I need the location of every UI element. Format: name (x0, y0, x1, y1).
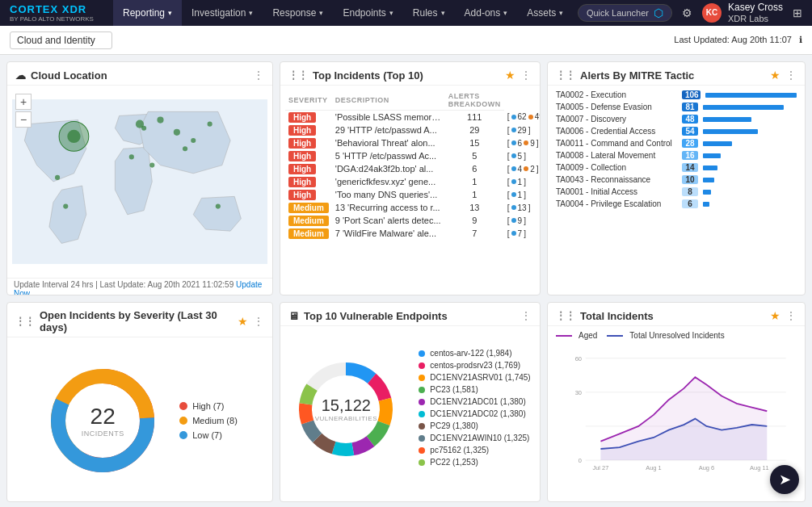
mitre-row: TA0004 - Privilege Escalation 6 (556, 199, 797, 208)
svg-point-7 (208, 122, 212, 127)
more-icon[interactable]: ⋮ (253, 69, 264, 82)
settings-icon[interactable]: ⚙ (679, 3, 696, 23)
more-icon[interactable]: ⋮ (520, 309, 532, 322)
svg-point-2 (67, 130, 80, 143)
list-item: PC22 (1,253) (419, 458, 530, 467)
table-row: Medium 13 'Recurring access to r... 13 [… (285, 201, 540, 214)
svg-text:0: 0 (578, 457, 582, 464)
cloud-location-icon: ☁ (15, 69, 26, 82)
nav-endpoints[interactable]: Endpoints ▾ (333, 0, 402, 26)
table-row: High 'genericfkfesv.xyz' gene... 1 [ 1 ] (285, 175, 540, 188)
table-row: Medium 9 'Port Scan' alerts detec... 9 [… (285, 214, 540, 227)
star-icon[interactable]: ★ (505, 69, 515, 82)
more-icon[interactable]: ⋮ (785, 309, 797, 322)
mitre-row: TA0011 - Command and Control 28 (556, 139, 797, 148)
logo: CORTEX XDR (10, 3, 86, 15)
star-icon[interactable]: ★ (770, 69, 780, 82)
mitre-row: TA0007 - Discovery 48 (556, 115, 797, 124)
user-name: Kasey Cross (728, 2, 783, 13)
top-incidents-title: Top Incidents (Top 10) (313, 69, 423, 82)
total-incidents-legend: AgedTotal Unresolved Incidents (556, 331, 797, 340)
table-row: High 'DGA:d24ak3f2b.top' al... 6 [ 4 2 ] (285, 162, 540, 175)
mitre-row: TA0006 - Credential Access 54 (556, 127, 797, 136)
endpoints-total: 15,122 (315, 396, 377, 415)
total-incidents-grid-icon: ⋮⋮ (556, 310, 575, 321)
legend-item: Medium (8) (179, 416, 238, 425)
info-icon[interactable]: ℹ (799, 35, 802, 44)
nav-addons[interactable]: Add-ons ▾ (455, 0, 518, 26)
svg-point-5 (174, 129, 180, 136)
open-incidents-grid-icon: ⋮⋮ (15, 316, 35, 327)
table-row: High 'Possible LSASS memory... 111 [ 62 … (285, 111, 540, 124)
star-icon[interactable]: ★ (770, 309, 780, 322)
incidents-label: INCIDENTS (82, 429, 124, 438)
open-incidents-donut: 22 INCIDENTS (42, 360, 163, 481)
nav-response[interactable]: Response ▾ (263, 0, 333, 26)
list-item: PC29 (1,380) (419, 421, 530, 430)
total-incidents-card: ⋮⋮ Total Incidents ★ ⋮ AgedTotal Unresol… (547, 302, 806, 502)
cloud-location-title: Cloud Location (31, 69, 107, 82)
mitre-card: ⋮⋮ Alerts By MITRE Tactic ★ ⋮ TA0002 - E… (547, 61, 806, 295)
nav-assets[interactable]: Assets ▾ (517, 0, 573, 26)
quick-launcher[interactable]: Quick Launcher ⬡ (578, 4, 672, 22)
top-endpoints-card: 🖥 Top 10 Vulnerable Endpoints ⋮ (280, 302, 541, 502)
total-incidents-title: Total Incidents (580, 310, 654, 322)
table-row: High 29 'HTTP /etc/passwd A... 29 [ 29 ] (285, 124, 540, 136)
svg-text:Aug 1: Aug 1 (646, 464, 662, 471)
zoom-in-button[interactable]: + (15, 94, 32, 110)
nav-reporting[interactable]: Reporting ▾ (113, 0, 182, 26)
fab-button[interactable]: ➤ (770, 465, 799, 494)
alerts-header: ALERTS BREAKDOWN (445, 90, 504, 111)
svg-point-11 (149, 163, 154, 168)
svg-point-13 (55, 175, 60, 180)
endpoints-legend: centos-arv-122 (1,984)centos-prodsrv23 (… (419, 349, 530, 470)
world-map (12, 90, 267, 273)
more-icon[interactable]: ⋮ (785, 69, 797, 82)
mitre-rows: TA0002 - Execution 106 TA0005 - Defense … (548, 86, 805, 216)
svg-point-10 (129, 154, 134, 159)
incidents-grid-icon: ⋮⋮ (288, 69, 308, 81)
table-row: Medium 7 'WildFire Malware' ale... 7 [ 7… (285, 227, 540, 240)
mitre-row: TA0043 - Reconnaissance 10 (556, 175, 797, 184)
top-endpoints-title: Top 10 Vulnerable Endpoints (304, 310, 448, 322)
legend-item: Total Unresolved Incidents (607, 331, 724, 340)
description-header: DESCRIPTION (332, 90, 445, 111)
list-item: DC1ENV21ADC02 (1,380) (419, 409, 530, 418)
apps-icon[interactable]: ⊞ (789, 3, 806, 23)
more-icon[interactable]: ⋮ (520, 69, 532, 82)
nav-investigation[interactable]: Investigation ▾ (182, 0, 263, 26)
table-row: High 'Behavioral Threat' alon... 15 [ 6 … (285, 136, 540, 149)
star-icon[interactable]: ★ (238, 315, 248, 328)
svg-text:Aug 6: Aug 6 (699, 464, 715, 471)
mitre-row: TA0002 - Execution 106 (556, 90, 797, 99)
endpoints-label: VULNERABILITIES (315, 415, 377, 422)
legend-item: High (7) (179, 401, 238, 411)
list-item: pc75162 (1,325) (419, 446, 530, 455)
svg-point-9 (183, 146, 187, 151)
endpoints-icon: 🖥 (288, 310, 299, 322)
mitre-row: TA0001 - Initial Access 8 (556, 187, 797, 196)
endpoints-donut: 15,122 VULNERABILITIES (289, 353, 402, 466)
svg-point-6 (191, 138, 196, 143)
nav-rules[interactable]: Rules ▾ (403, 0, 455, 26)
incidents-total: 22 (82, 404, 124, 429)
map-footer: Update Interval 24 hrs | Last Update: Au… (7, 278, 272, 295)
mitre-row: TA0009 - Collection 14 (556, 163, 797, 172)
last-updated-value: Aug 20th 11:07 (731, 35, 792, 44)
total-incidents-body: AgedTotal Unresolved Incidents 60 30 0 J… (548, 326, 805, 492)
more-icon[interactable]: ⋮ (253, 315, 264, 328)
svg-text:30: 30 (575, 389, 582, 396)
svg-text:60: 60 (575, 355, 582, 362)
incidents-table: SEVERITY DESCRIPTION ALERTS BREAKDOWN Hi… (285, 90, 540, 240)
zoom-out-button[interactable]: − (15, 111, 32, 128)
filter-select[interactable]: Cloud and Identity (10, 31, 112, 49)
svg-point-14 (63, 204, 68, 209)
svg-point-8 (157, 116, 163, 123)
list-item: DC1ENV21ADC01 (1,380) (419, 397, 530, 406)
top-incidents-card: ⋮⋮ Top Incidents (Top 10) ★ ⋮ SEVERITY D… (280, 61, 541, 295)
table-row: High 'Too many DNS queries'... 1 [ 1 ] (285, 188, 540, 201)
legend-item: Low (7) (179, 430, 238, 440)
legend-item: Aged (556, 331, 597, 340)
subheader: Cloud and Identity Last Updated: Aug 20t… (0, 26, 812, 55)
open-incidents-card: ⋮⋮ Open Incidents by Severity (Last 30 d… (6, 302, 273, 502)
